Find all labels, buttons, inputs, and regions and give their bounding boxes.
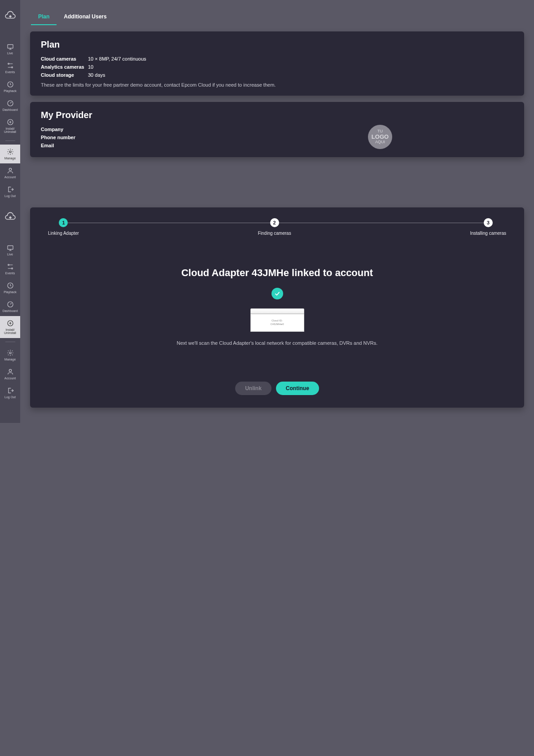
step-circle: 1 bbox=[59, 218, 68, 227]
sidebar-item-install[interactable]: Install/ Uninstall bbox=[0, 316, 20, 338]
sidebar-item-install[interactable]: Install/ Uninstall bbox=[0, 115, 20, 137]
sidebar-item-account[interactable]: Account bbox=[0, 163, 20, 182]
plus-circle-icon bbox=[7, 119, 14, 126]
plan-row: Analytics cameras 10 bbox=[41, 64, 513, 70]
logout-icon bbox=[7, 387, 14, 394]
sidebar: Live Events Playback Dashboard Install/ … bbox=[0, 201, 20, 423]
plus-circle-icon bbox=[7, 320, 14, 327]
divider bbox=[5, 141, 15, 141]
sidebar-item-live[interactable]: Live bbox=[0, 40, 20, 58]
logout-icon bbox=[7, 186, 14, 193]
sidebar-label: Manage bbox=[4, 157, 16, 160]
plan-row: Cloud cameras 10 × 8MP, 24/7 continuous bbox=[41, 56, 513, 62]
provider-title: My Provider bbox=[41, 110, 513, 120]
sidebar-label: Live bbox=[7, 253, 13, 256]
continue-button[interactable]: Continue bbox=[276, 382, 319, 395]
plan-label: Cloud storage bbox=[41, 72, 88, 78]
sidebar-label: Log Out bbox=[4, 396, 16, 399]
plan-note: These are the limits for your free partn… bbox=[41, 82, 513, 88]
user-icon bbox=[7, 167, 14, 174]
check-icon bbox=[271, 288, 283, 299]
svg-rect-0 bbox=[8, 44, 13, 48]
svg-point-15 bbox=[9, 369, 11, 372]
provider-phone-label: Phone number bbox=[41, 135, 75, 140]
step-circle: 2 bbox=[270, 218, 279, 227]
svg-point-9 bbox=[8, 264, 9, 266]
device-illustration: Cloud ID: C43JMHe0 bbox=[248, 308, 306, 333]
provider-company-label: Company bbox=[41, 127, 75, 132]
sidebar-label: Account bbox=[4, 377, 16, 380]
gear-icon bbox=[7, 349, 14, 356]
tab-additional-users[interactable]: Additional Users bbox=[57, 9, 114, 25]
sidebar-item-playback[interactable]: Playback bbox=[0, 278, 20, 297]
sidebar: Live Events Playback Dashboard Install/ … bbox=[0, 0, 20, 201]
sidebar-label: Playback bbox=[4, 290, 16, 294]
provider-email-label: Email bbox=[41, 143, 75, 148]
sidebar-label: Install/ Uninstall bbox=[4, 127, 16, 133]
sidebar-label: Live bbox=[7, 52, 13, 55]
gear-icon bbox=[7, 148, 14, 155]
step-3: 3 Installing cameras bbox=[470, 218, 506, 236]
sidebar-label: Dashboard bbox=[2, 309, 18, 312]
sidebar-item-live[interactable]: Live bbox=[0, 241, 20, 259]
svg-point-14 bbox=[9, 352, 11, 354]
svg-rect-8 bbox=[8, 246, 13, 249]
sidebar-item-playback[interactable]: Playback bbox=[0, 77, 20, 96]
plan-label: Analytics cameras bbox=[41, 64, 88, 70]
dashboard-icon bbox=[7, 100, 14, 107]
sidebar-label: Account bbox=[4, 176, 16, 179]
divider bbox=[5, 342, 15, 342]
tab-plan[interactable]: Plan bbox=[31, 9, 57, 25]
plan-value: 10 × 8MP, 24/7 continuous bbox=[88, 56, 146, 62]
step-1: 1 Linking Adapter bbox=[48, 218, 79, 236]
tabs: Plan Additional Users bbox=[20, 0, 534, 25]
brand-logo bbox=[4, 210, 17, 223]
sidebar-item-events[interactable]: Events bbox=[0, 259, 20, 278]
sidebar-item-logout[interactable]: Log Out bbox=[0, 383, 20, 402]
sidebar-item-account[interactable]: Account bbox=[0, 365, 20, 383]
step-circle: 3 bbox=[484, 218, 493, 227]
sidebar-item-events[interactable]: Events bbox=[0, 58, 20, 77]
dashboard-icon bbox=[7, 301, 14, 308]
stepper: 1 Linking Adapter 2 Finding cameras 3 In… bbox=[48, 218, 506, 236]
sidebar-item-dashboard[interactable]: Dashboard bbox=[0, 96, 20, 115]
button-row: Unlink Continue bbox=[48, 382, 506, 395]
sidebar-label: Playback bbox=[4, 89, 16, 92]
sidebar-item-manage[interactable]: Manage bbox=[0, 346, 20, 365]
step-2: 2 Finding cameras bbox=[258, 218, 291, 236]
svg-point-10 bbox=[11, 268, 13, 269]
sidebar-item-manage[interactable]: Manage bbox=[0, 145, 20, 163]
plan-value: 30 days bbox=[88, 72, 105, 78]
plan-row: Cloud storage 30 days bbox=[41, 72, 513, 78]
sidebar-label: Dashboard bbox=[2, 108, 18, 111]
sidebar-label: Install/ Uninstall bbox=[4, 328, 16, 334]
plan-card: Plan Cloud cameras 10 × 8MP, 24/7 contin… bbox=[30, 31, 524, 96]
sidebar-item-logout[interactable]: Log Out bbox=[0, 182, 20, 201]
step-label: Finding cameras bbox=[258, 231, 291, 236]
unlink-button[interactable]: Unlink bbox=[235, 382, 271, 395]
sidebar-label: Events bbox=[5, 272, 15, 275]
monitor-icon bbox=[7, 244, 14, 251]
install-wizard-card: 1 Linking Adapter 2 Finding cameras 3 In… bbox=[30, 207, 524, 408]
provider-card: My Provider Company Phone number Email T… bbox=[30, 102, 524, 157]
sidebar-item-dashboard[interactable]: Dashboard bbox=[0, 297, 20, 316]
user-icon bbox=[7, 368, 14, 375]
events-icon bbox=[7, 263, 14, 270]
svg-point-1 bbox=[8, 63, 9, 65]
sidebar-label: Log Out bbox=[4, 194, 16, 198]
svg-point-7 bbox=[9, 168, 11, 171]
svg-point-2 bbox=[11, 67, 13, 68]
sidebar-label: Events bbox=[5, 70, 15, 74]
linked-title: Cloud Adapter 43JMHe linked to account bbox=[48, 267, 506, 279]
provider-logo-placeholder: TU LOGO AQUI bbox=[368, 125, 392, 149]
events-icon bbox=[7, 62, 14, 69]
plan-title: Plan bbox=[41, 40, 513, 50]
playback-icon bbox=[7, 81, 14, 88]
sidebar-label: Manage bbox=[4, 358, 16, 361]
step-label: Installing cameras bbox=[470, 231, 506, 236]
linked-note: Next we'll scan the Cloud Adapter's loca… bbox=[48, 340, 506, 346]
playback-icon bbox=[7, 282, 14, 289]
step-label: Linking Adapter bbox=[48, 231, 79, 236]
brand-logo bbox=[4, 9, 17, 22]
svg-point-6 bbox=[9, 151, 11, 153]
